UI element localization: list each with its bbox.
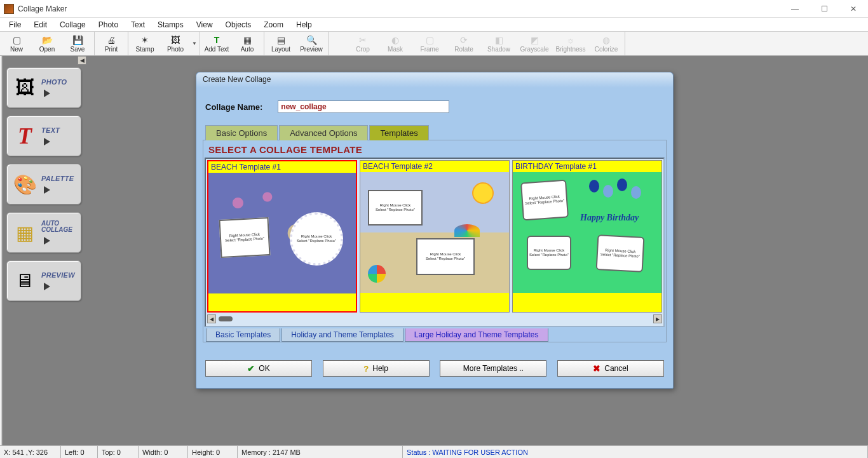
tab-advanced-options[interactable]: Advanced Options: [279, 125, 368, 140]
tool-new[interactable]: ▢New: [1, 32, 32, 55]
menu-edit[interactable]: Edit: [27, 19, 53, 30]
tool-shadow: ◧Shadow: [481, 32, 517, 55]
tool-auto[interactable]: ▦Auto: [232, 32, 262, 55]
template-card-birthday-1[interactable]: BIRTHDAY Template #1 Happy Birthday Righ…: [512, 160, 662, 313]
template-card-beach-2[interactable]: BEACH Template #2 Right Mouse ClickSelec…: [360, 160, 510, 313]
tool-stamp[interactable]: ✶Stamp: [130, 32, 160, 55]
scroll-right-button[interactable]: ▶: [653, 314, 662, 323]
scroll-track[interactable]: [217, 316, 652, 322]
close-button[interactable]: ✕: [839, 0, 868, 18]
side-text-button[interactable]: T TEXT: [6, 116, 81, 156]
tool-grayscale: ◩Grayscale: [517, 32, 552, 55]
menu-photo[interactable]: Photo: [92, 19, 125, 30]
btab-holiday-theme[interactable]: Holiday and Theme Templates: [281, 328, 403, 342]
side-auto-collage-button[interactable]: ▦ AUTOCOLLAGE: [6, 212, 81, 253]
template-hscroll[interactable]: ◀ ▶: [207, 313, 662, 325]
template-category-tabs: Basic Templates Holiday and Theme Templa…: [206, 328, 666, 342]
tab-basic-options[interactable]: Basic Options: [205, 125, 278, 140]
scroll-left-button[interactable]: ◀: [207, 314, 216, 323]
more-templates-button[interactable]: More Templates ..: [440, 360, 546, 377]
tool-rotate: ⟳Rotate: [447, 32, 481, 55]
template-scroll: BEACH Template #1 Right Mouse ClickSelec…: [205, 158, 665, 327]
template-card-beach-1[interactable]: BEACH Template #1 Right Mouse ClickSelec…: [207, 160, 357, 313]
side-label: PREVIEW: [41, 271, 75, 279]
tool-brightness: ☼Brightness: [552, 32, 589, 55]
cancel-button[interactable]: ✖Cancel: [557, 360, 664, 377]
question-icon: ?: [363, 364, 369, 374]
preview-icon: 🔍: [306, 35, 317, 45]
tool-photo[interactable]: 🖼Photo: [160, 32, 191, 55]
side-photo-button[interactable]: 🖼 PHOTO: [6, 67, 81, 108]
text-icon: T: [10, 121, 40, 151]
umbrella-icon: [454, 224, 480, 237]
template-label: BIRTHDAY Template #1: [513, 161, 661, 172]
status-coords: X: 541 ,Y: 326: [0, 446, 61, 458]
ok-button[interactable]: ✔OK: [205, 360, 312, 377]
grayscale-icon: ◩: [529, 35, 540, 45]
tool-print[interactable]: 🖨Print: [96, 32, 126, 55]
mask-icon: ◐: [390, 35, 401, 45]
tool-add-text[interactable]: TAdd Text: [201, 32, 232, 55]
auto-icon: ▦: [241, 35, 253, 45]
photo-icon: 🖼: [170, 35, 181, 45]
tool-photo-dropdown[interactable]: ▼: [191, 32, 198, 55]
maximize-button[interactable]: ☐: [810, 0, 839, 18]
play-icon: [44, 90, 50, 97]
side-panel: ◀ 🖼 PHOTO T TEXT 🎨 PALETTE ▦ AUTOCOLLAGE…: [3, 56, 86, 445]
tool-open[interactable]: 📂Open: [32, 32, 62, 55]
menu-help[interactable]: Help: [290, 19, 318, 30]
tab-templates[interactable]: Templates: [369, 125, 428, 140]
open-icon: 📂: [41, 35, 53, 45]
colorize-icon: ◍: [600, 35, 612, 45]
side-palette-button[interactable]: 🎨 PALETTE: [6, 164, 81, 205]
balloon-icon: [589, 180, 599, 192]
menu-text[interactable]: Text: [125, 19, 151, 30]
save-icon: 💾: [72, 35, 83, 45]
print-icon: 🖨: [105, 35, 117, 45]
menu-stamps[interactable]: Stamps: [151, 19, 190, 30]
grid-icon: ▦: [10, 217, 40, 248]
template-thumbnail: Right Mouse ClickSelect "Replace Photo" …: [360, 172, 509, 293]
menu-collage[interactable]: Collage: [53, 19, 92, 30]
menu-file[interactable]: File: [3, 19, 27, 30]
rotate-icon: ⟳: [458, 35, 470, 45]
statusbar: X: 541 ,Y: 326 Left: 0 Top: 0 Width: 0 H…: [0, 445, 868, 458]
dialog-title: Create New Collage: [196, 72, 673, 88]
side-preview-button[interactable]: 🖥 PREVIEW: [6, 260, 81, 301]
template-thumbnail: Right Mouse ClickSelect "Replace Photo" …: [208, 173, 356, 293]
tool-preview[interactable]: 🔍Preview: [296, 32, 327, 55]
photo-icon: 🖼: [10, 72, 40, 103]
dialog-tabstrip: Basic Options Advanced Options Templates: [205, 125, 667, 140]
menu-zoom[interactable]: Zoom: [257, 19, 290, 30]
side-label: COLLAGE: [41, 227, 72, 233]
btab-large-holiday-theme[interactable]: Large Holiday and Theme Templates: [405, 328, 548, 342]
template-label: BEACH Template #1: [208, 161, 356, 173]
monitor-icon: 🖥: [10, 266, 40, 296]
btab-basic-templates[interactable]: Basic Templates: [206, 328, 280, 342]
minimize-button[interactable]: —: [780, 0, 810, 18]
shadow-icon: ◧: [493, 35, 505, 45]
tool-colorize: ◍Colorize: [589, 32, 623, 55]
side-collapse-button[interactable]: ◀: [78, 56, 86, 65]
menu-view[interactable]: View: [190, 19, 219, 30]
palette-icon: 🎨: [10, 169, 40, 199]
tool-layout[interactable]: ▤Layout: [266, 32, 296, 55]
menubar: File Edit Collage Photo Text Stamps View…: [0, 18, 868, 32]
layout-icon: ▤: [275, 35, 287, 45]
menu-objects[interactable]: Objects: [219, 19, 258, 30]
create-new-collage-dialog: Create New Collage Collage Name: Basic O…: [196, 72, 674, 389]
new-icon: ▢: [11, 35, 22, 45]
check-icon: ✔: [247, 363, 255, 374]
tool-save[interactable]: 💾Save: [62, 32, 93, 55]
play-icon: [44, 283, 50, 290]
help-button[interactable]: ?Help: [323, 360, 430, 377]
toolbar: ▢New 📂Open 💾Save 🖨Print ✶Stamp 🖼Photo ▼ …: [0, 32, 868, 56]
add-text-icon: T: [211, 35, 222, 45]
side-label: PHOTO: [41, 78, 67, 86]
templates-panel: SELECT A COLLAGE TEMPLATE BEACH Template…: [203, 140, 667, 342]
status-height: Height: 0: [188, 446, 238, 458]
scroll-thumb[interactable]: [219, 316, 233, 321]
template-label: BEACH Template #2: [360, 161, 509, 172]
collage-name-input[interactable]: [278, 100, 449, 113]
status-state: Status : WAITING FOR USER ACTION: [403, 446, 868, 458]
